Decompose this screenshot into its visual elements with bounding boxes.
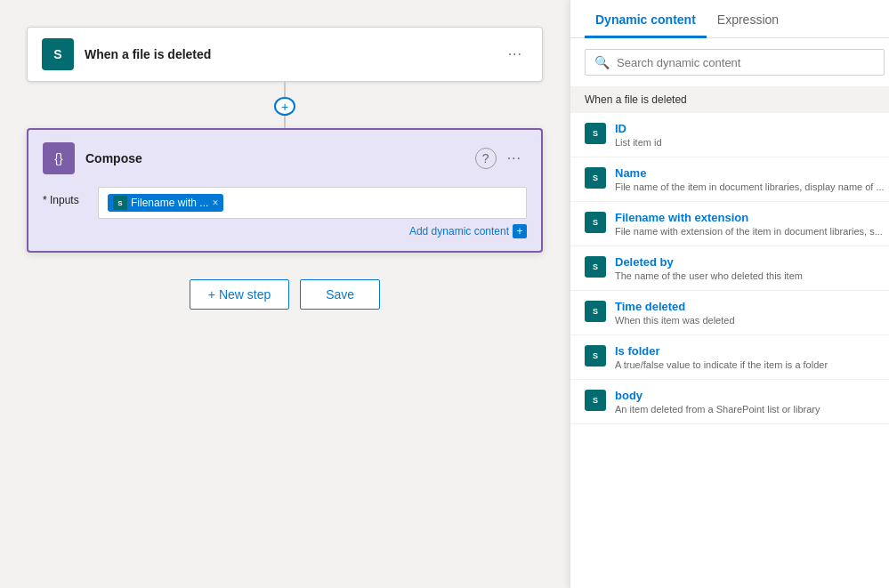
token-icon: S [113,196,127,210]
compose-icon: {} [43,142,75,174]
new-step-button[interactable]: + New step [190,279,289,310]
item-content: ID List item id [615,122,885,148]
item-desc: File name with extension of the item in … [615,226,885,237]
item-icon: S [585,256,606,278]
add-dynamic-icon: + [513,224,527,238]
inputs-label: * Inputs [43,187,87,206]
token-chip: S Filename with ... × [108,194,223,212]
dynamic-item[interactable]: S Deleted by The name of the user who de… [570,246,889,291]
token-text: Filename with ... [131,197,208,209]
inputs-row: * Inputs S Filename with ... × Add dynam… [43,187,527,238]
item-name: Time deleted [615,300,885,313]
item-name: Filename with extension [615,211,885,224]
item-icon: S [585,123,606,144]
item-name: Name [615,166,885,180]
compose-menu-button[interactable]: ··· [502,147,527,170]
dynamic-items-list: S ID List item id S Name File name of th… [570,113,889,424]
token-remove-button[interactable]: × [212,197,218,208]
trigger-menu: ··· [503,43,528,66]
dynamic-item[interactable]: S Name File name of the item in document… [570,157,889,202]
item-icon: S [585,301,606,322]
trigger-title: When a file is deleted [85,47,503,61]
inputs-field[interactable]: S Filename with ... × [98,187,527,219]
item-content: body An item deleted from a SharePoint l… [615,389,885,415]
item-desc: The name of the user who deleted this it… [615,270,885,281]
search-box: 🔍 [585,49,885,76]
item-desc: An item deleted from a SharePoint list o… [615,404,885,415]
item-desc: A true/false value to indicate if the it… [615,359,885,370]
dynamic-item[interactable]: S Filename with extension File name with… [570,202,889,246]
add-step-button[interactable]: + [274,97,295,116]
item-icon: S [585,167,606,189]
add-dynamic-button[interactable]: Add dynamic content + [409,224,527,238]
save-button[interactable]: Save [300,279,380,310]
help-button[interactable]: ? [475,148,497,169]
item-content: Is folder A true/false value to indicate… [615,344,885,370]
add-dynamic-link: Add dynamic content + [98,224,527,238]
panel-tabs: Dynamic content Expression [570,0,889,38]
tab-expression[interactable]: Expression [707,0,789,38]
item-icon: S [585,345,606,366]
dynamic-panel: Dynamic content Expression 🔍 When a file… [570,0,889,588]
dynamic-item[interactable]: S Is folder A true/false value to indica… [570,335,889,380]
trigger-card: S When a file is deleted ··· [27,27,543,82]
search-icon: 🔍 [594,55,610,69]
search-input[interactable] [617,56,875,69]
item-desc: List item id [615,137,885,148]
flow-actions: + New step Save [190,279,380,310]
compose-card: {} Compose ? ··· * Inputs S Filename wit… [27,128,543,253]
item-content: Name File name of the item in document l… [615,166,885,192]
compose-title: Compose [85,151,475,165]
compose-header: {} Compose ? ··· [43,142,527,174]
item-content: Filename with extension File name with e… [615,211,885,237]
item-name: Deleted by [615,255,885,269]
flow-canvas: S When a file is deleted ··· + {} Compos… [0,0,570,588]
item-name: body [615,389,885,402]
section-header: When a file is deleted [570,86,889,113]
item-desc: File name of the item in document librar… [615,181,885,192]
item-name: Is folder [615,344,885,358]
dynamic-item[interactable]: S ID List item id [570,113,889,157]
trigger-menu-button[interactable]: ··· [503,43,528,66]
dynamic-items-container: When a file is deleted S ID List item id… [570,86,889,588]
item-desc: When this item was deleted [615,315,885,326]
item-content: Deleted by The name of the user who dele… [615,255,885,281]
connector-line-top [284,82,286,97]
item-content: Time deleted When this item was deleted [615,300,885,326]
item-icon: S [585,390,606,411]
dynamic-item[interactable]: S Time deleted When this item was delete… [570,291,889,335]
dynamic-item[interactable]: S body An item deleted from a SharePoint… [570,380,889,424]
connector-line-bottom [284,116,286,128]
item-name: ID [615,122,885,135]
add-dynamic-label: Add dynamic content [409,225,509,238]
step-connector: + [274,82,295,128]
tab-dynamic-content[interactable]: Dynamic content [585,0,707,38]
item-icon: S [585,212,606,233]
trigger-icon: S [42,38,74,70]
